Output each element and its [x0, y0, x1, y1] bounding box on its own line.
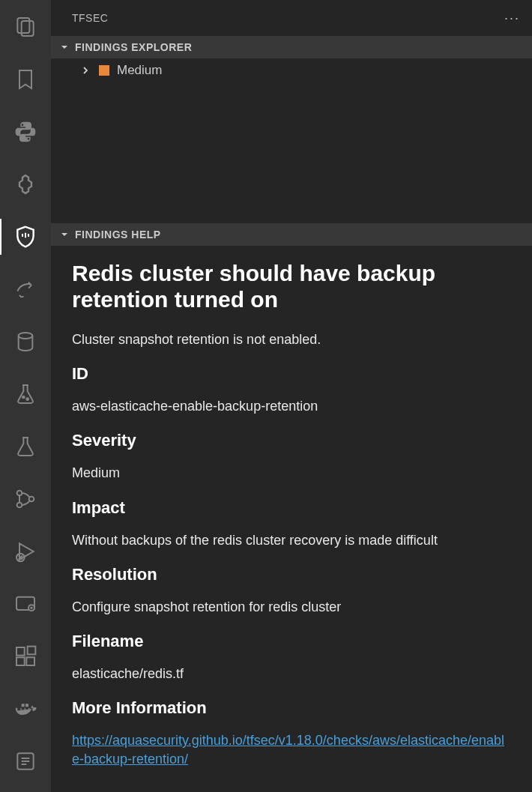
extensions-icon[interactable]	[7, 638, 43, 674]
docker-icon[interactable]	[7, 691, 43, 727]
finding-summary: Cluster snapshot retention is not enable…	[72, 330, 511, 349]
run-debug-icon[interactable]	[7, 533, 43, 569]
filename-label: Filename	[72, 632, 511, 651]
sidebar-panel: TFSEC ··· FINDINGS EXPLORER Medium FINDI…	[51, 0, 532, 792]
beaker-icon[interactable]	[7, 429, 43, 465]
svg-point-6	[17, 503, 22, 508]
svg-point-4	[26, 398, 28, 400]
svg-rect-13	[26, 657, 34, 665]
section-title: FINDINGS EXPLORER	[75, 41, 192, 53]
impact-label: Impact	[72, 498, 511, 518]
chevron-down-icon	[58, 41, 70, 53]
explorer-icon[interactable]	[7, 9, 43, 45]
severity-value: Medium	[72, 464, 511, 483]
section-title: FINDINGS HELP	[75, 229, 161, 241]
svg-point-3	[22, 396, 25, 399]
python-icon[interactable]	[7, 114, 43, 150]
tfsec-shield-icon[interactable]	[7, 219, 43, 255]
svg-rect-14	[28, 647, 36, 655]
share-icon[interactable]	[7, 271, 43, 307]
severity-label: Severity	[72, 431, 511, 450]
svg-point-7	[29, 497, 34, 502]
findings-explorer-header[interactable]: FINDINGS EXPLORER	[51, 36, 532, 58]
tree-item-medium[interactable]: Medium	[51, 58, 532, 82]
id-label: ID	[72, 364, 511, 384]
severity-medium-icon	[99, 65, 109, 76]
list-icon[interactable]	[7, 743, 43, 779]
resolution-value: Configure snapshot retention for redis c…	[72, 598, 511, 617]
activity-bar	[0, 0, 51, 792]
tree-item-label: Medium	[117, 63, 162, 78]
findings-help-header[interactable]: FINDINGS HELP	[51, 223, 532, 246]
impact-value: Without backups of the redis cluster rec…	[72, 531, 511, 550]
svg-rect-12	[16, 657, 25, 665]
sidebar-title: TFSEC	[72, 12, 108, 24]
finding-heading: Redis cluster should have backup retenti…	[72, 261, 511, 312]
id-value: aws-elasticache-enable-backup-retention	[72, 397, 511, 416]
source-control-icon[interactable]	[7, 481, 43, 517]
findings-explorer-tree: Medium	[51, 58, 532, 223]
sidebar-header: TFSEC ···	[51, 0, 532, 36]
findings-help-content: Redis cluster should have backup retenti…	[51, 246, 532, 792]
database-icon[interactable]	[7, 324, 43, 360]
resolution-label: Resolution	[72, 565, 511, 584]
chevron-right-icon	[79, 64, 91, 76]
more-info-label: More Information	[72, 698, 511, 718]
remote-icon[interactable]	[7, 586, 43, 622]
flask-bubbles-icon[interactable]	[7, 376, 43, 412]
chevron-down-icon	[58, 229, 70, 241]
more-info-link[interactable]: https://aquasecurity.github.io/tfsec/v1.…	[72, 733, 504, 767]
more-actions-icon[interactable]: ···	[504, 10, 520, 26]
svg-point-5	[17, 491, 22, 496]
svg-point-2	[19, 333, 33, 339]
filename-value: elasticache/redis.tf	[72, 665, 511, 683]
bookmark-icon[interactable]	[7, 61, 43, 97]
hex-icon[interactable]	[7, 166, 43, 202]
svg-rect-11	[16, 647, 25, 656]
